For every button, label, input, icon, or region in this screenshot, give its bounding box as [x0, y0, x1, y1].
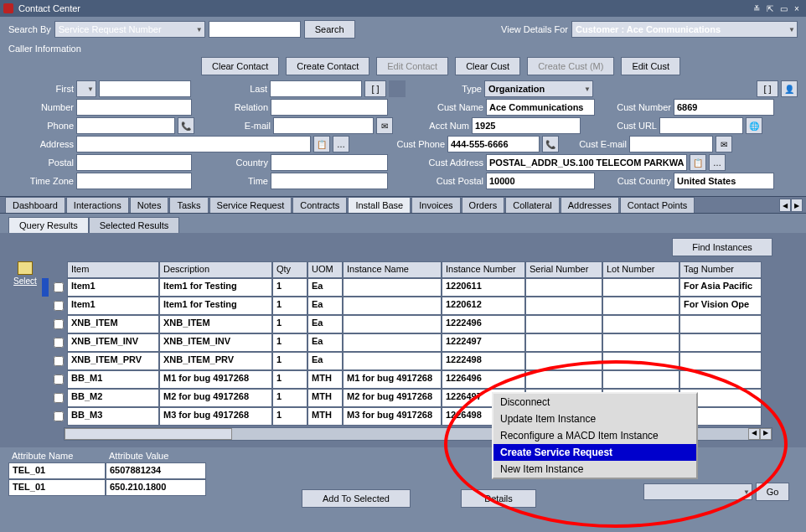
- tab-invoices[interactable]: Invoices: [411, 197, 460, 213]
- row-checkbox[interactable]: [54, 301, 64, 311]
- cell-item[interactable]: XNB_ITEM_INV: [67, 333, 159, 352]
- tab-contact-points[interactable]: Contact Points: [620, 197, 695, 213]
- tab-dashboard[interactable]: Dashboard: [5, 197, 65, 213]
- cell-sn[interactable]: [525, 370, 602, 389]
- cust-address-lov-icon[interactable]: 📋: [690, 154, 706, 171]
- address-lov-icon[interactable]: 📋: [313, 136, 330, 152]
- person-icon[interactable]: 👤: [781, 80, 798, 97]
- cell-sn[interactable]: [525, 315, 602, 333]
- menu-item-new-item-instance[interactable]: New Item Instance: [493, 461, 696, 478]
- cell-iname[interactable]: [343, 278, 442, 297]
- cust-email-input[interactable]: [629, 136, 713, 152]
- menu-item-create-service-request[interactable]: Create Service Request: [493, 444, 696, 461]
- cust-postal-input[interactable]: [486, 173, 595, 189]
- cust-email-icon[interactable]: ✉: [716, 136, 732, 152]
- cell-iname[interactable]: [343, 333, 442, 352]
- menu-item-reconfigure-a-macd-item-instance[interactable]: Reconfigure a MACD Item Instance: [493, 427, 696, 444]
- cell-inum[interactable]: 1220611: [442, 278, 525, 297]
- row-checkbox[interactable]: [54, 338, 64, 348]
- cell-ln[interactable]: [602, 370, 679, 389]
- tab-orders[interactable]: Orders: [462, 197, 505, 213]
- attr-name-cell[interactable]: TEL_01: [8, 479, 106, 496]
- cell-iname[interactable]: [343, 352, 442, 370]
- create-contact-button[interactable]: Create Contact: [286, 57, 369, 75]
- cell-desc[interactable]: M3 for bug 4917268: [159, 407, 272, 426]
- cell-tn[interactable]: [679, 370, 762, 389]
- cust-name-input[interactable]: [486, 99, 595, 116]
- row-checkbox[interactable]: [54, 282, 64, 292]
- cust-url-input[interactable]: [659, 117, 743, 134]
- tab-service-request[interactable]: Service Request: [209, 197, 292, 213]
- cell-qty[interactable]: 1: [272, 352, 307, 370]
- cell-uom[interactable]: Ea: [307, 352, 343, 370]
- add-to-selected-button[interactable]: Add To Selected: [302, 489, 411, 508]
- cell-item[interactable]: BB_M2: [67, 389, 159, 407]
- cell-iname[interactable]: M2 for bug 4917268: [343, 389, 442, 407]
- cell-inum[interactable]: 1220612: [442, 297, 525, 315]
- col-header[interactable]: Description: [159, 261, 272, 278]
- tab-notes[interactable]: Notes: [130, 197, 169, 213]
- address-input[interactable]: [76, 136, 311, 152]
- cell-item[interactable]: XNB_ITEM_PRV: [67, 352, 159, 370]
- attr-value-cell[interactable]: 650.210.1800: [106, 479, 206, 496]
- cust-phone-input[interactable]: [447, 136, 540, 152]
- cell-tn[interactable]: [679, 333, 762, 352]
- cell-iname[interactable]: [343, 297, 442, 315]
- table-row[interactable]: XNB_ITEM_INVXNB_ITEM_INV1Ea1222497: [42, 333, 798, 352]
- menu-item-update-item-instance[interactable]: Update Item Instance: [493, 411, 696, 427]
- first-input[interactable]: [99, 80, 191, 97]
- cell-desc[interactable]: M1 for bug 4917268: [159, 370, 272, 389]
- cell-qty[interactable]: 1: [272, 370, 307, 389]
- type-combo[interactable]: Organization▼: [484, 80, 593, 97]
- time-input[interactable]: [271, 173, 388, 189]
- country-input[interactable]: [271, 154, 388, 171]
- cell-iname[interactable]: M1 for bug 4917268: [343, 370, 442, 389]
- cell-tn[interactable]: [679, 352, 762, 370]
- cell-tn[interactable]: For Vision Ope: [679, 297, 762, 315]
- clear-contact-button[interactable]: Clear Contact: [201, 57, 279, 75]
- clear-cust-button[interactable]: Clear Cust: [455, 57, 520, 75]
- tab-install-base[interactable]: Install Base: [348, 197, 411, 213]
- cell-qty[interactable]: 1: [272, 315, 307, 333]
- cell-inum[interactable]: 1222496: [442, 315, 525, 333]
- search-button[interactable]: Search: [304, 20, 355, 39]
- cell-sn[interactable]: [525, 297, 602, 315]
- table-row[interactable]: XNB_ITEM_PRVXNB_ITEM_PRV1Ea1222498: [42, 352, 798, 370]
- scroll-left-icon[interactable]: ◀: [748, 428, 760, 440]
- tab-collateral[interactable]: Collateral: [505, 197, 559, 213]
- tab-contracts[interactable]: Contracts: [292, 197, 347, 213]
- tab-addresses[interactable]: Addresses: [561, 197, 619, 213]
- cell-uom[interactable]: Ea: [307, 297, 343, 315]
- cell-uom[interactable]: Ea: [307, 278, 343, 297]
- cell-item[interactable]: XNB_ITEM: [67, 315, 159, 333]
- subtab-query-results[interactable]: Query Results: [8, 217, 89, 233]
- folder-icon[interactable]: [18, 261, 33, 275]
- relation-input[interactable]: [271, 99, 388, 116]
- cell-item[interactable]: BB_M3: [67, 407, 159, 426]
- first-prefix-combo[interactable]: ▼: [76, 80, 96, 97]
- view-details-combo[interactable]: Customer : Ace Communications▼: [571, 21, 798, 38]
- cust-number-input[interactable]: [674, 99, 774, 116]
- create-cust-button[interactable]: Create Cust (M): [527, 57, 614, 75]
- row-checkbox[interactable]: [54, 393, 64, 403]
- cell-sn[interactable]: [525, 278, 602, 297]
- search-by-combo[interactable]: Service Request Number▼: [54, 21, 205, 38]
- minimize-icon[interactable]: ≚: [751, 3, 762, 14]
- cell-uom[interactable]: MTH: [307, 389, 343, 407]
- cell-inum[interactable]: 1222498: [442, 352, 525, 370]
- edit-contact-button[interactable]: Edit Contact: [376, 57, 448, 75]
- details-button[interactable]: Details: [461, 489, 536, 508]
- col-header[interactable]: Instance Name: [343, 261, 442, 278]
- attr-name-cell[interactable]: TEL_01: [8, 462, 106, 479]
- search-input[interactable]: [209, 21, 301, 38]
- subtab-selected-results[interactable]: Selected Results: [89, 217, 180, 233]
- table-row[interactable]: Item1Item1 for Testing1Ea1220612For Visi…: [42, 297, 798, 315]
- acct-num-input[interactable]: [472, 117, 581, 134]
- row-checkbox[interactable]: [54, 319, 64, 329]
- number-input[interactable]: [76, 99, 192, 116]
- cell-uom[interactable]: Ea: [307, 315, 343, 333]
- cell-qty[interactable]: 1: [272, 389, 307, 407]
- cell-ln[interactable]: [602, 333, 679, 352]
- cell-uom[interactable]: MTH: [307, 370, 343, 389]
- cell-ln[interactable]: [602, 352, 679, 370]
